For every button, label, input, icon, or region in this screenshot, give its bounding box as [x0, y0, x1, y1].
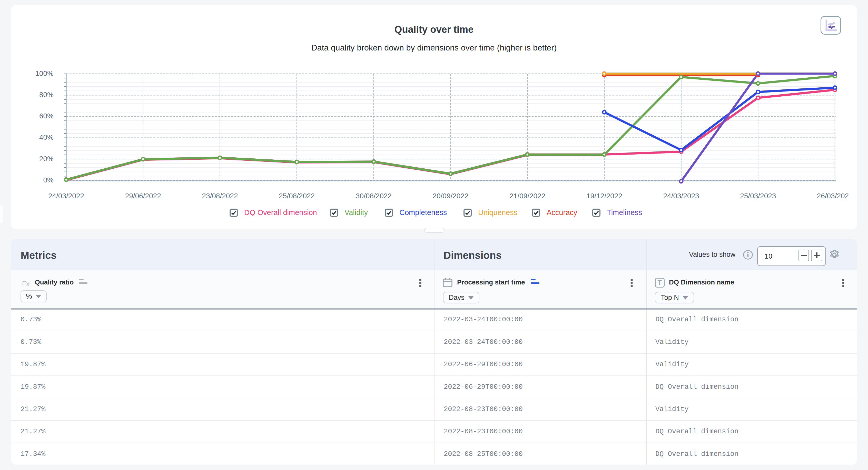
svg-text:25/03/2023: 25/03/2023: [740, 192, 776, 200]
svg-text:24/03/2022: 24/03/2022: [48, 192, 84, 200]
svg-text:0%: 0%: [43, 176, 54, 184]
svg-text:80%: 80%: [39, 91, 54, 99]
svg-text:25/08/2022: 25/08/2022: [279, 192, 315, 200]
svg-text:26/03/202: 26/03/202: [817, 192, 849, 200]
svg-text:23/08/2022: 23/08/2022: [202, 192, 238, 200]
svg-text:100%: 100%: [35, 69, 54, 77]
svg-text:29/06/2022: 29/06/2022: [125, 192, 161, 200]
svg-text:21/09/2022: 21/09/2022: [509, 192, 545, 200]
svg-text:20%: 20%: [39, 155, 54, 163]
svg-text:19/12/2022: 19/12/2022: [586, 192, 622, 200]
svg-text:60%: 60%: [39, 112, 54, 120]
svg-text:40%: 40%: [39, 133, 54, 141]
svg-text:24/03/2023: 24/03/2023: [663, 192, 699, 200]
svg-text:30/08/2022: 30/08/2022: [356, 192, 392, 200]
svg-text:20/09/2022: 20/09/2022: [432, 192, 468, 200]
